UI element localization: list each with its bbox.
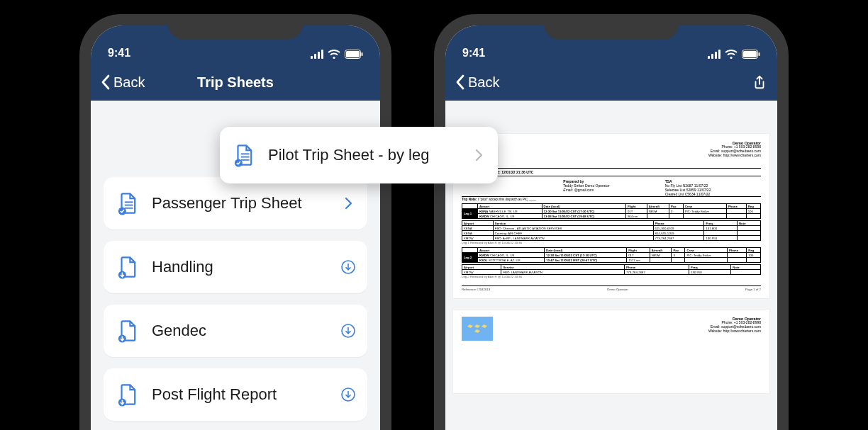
document-page-2: Demo Operator Phone: +1 503-282-8998 Ema…	[452, 309, 770, 394]
chevron-left-icon	[101, 74, 111, 90]
download-icon	[340, 387, 356, 402]
status-indicators	[311, 50, 363, 60]
chevron-left-icon	[455, 74, 465, 90]
back-button[interactable]: Back	[455, 74, 499, 91]
download-icon	[340, 259, 356, 275]
document-page-1: Demo Operator Phone: +1 503-282-8998 Ema…	[452, 133, 770, 299]
back-label: Back	[468, 74, 499, 91]
footer-operator: Demo Operator	[490, 288, 745, 291]
battery-icon	[742, 50, 760, 60]
battery-icon	[345, 50, 363, 60]
row-handling[interactable]: Handling	[104, 241, 367, 293]
signal-icon	[311, 50, 323, 60]
row-label: Handling	[152, 258, 330, 276]
device-notch	[544, 14, 679, 40]
phone-device-right: 9:41 Back	[434, 14, 789, 430]
operator-info: Demo Operator Phone: +1 503-282-8998 Ema…	[708, 141, 761, 158]
nav-bar: Back Trip Sheets	[91, 64, 380, 101]
row-label: Pilot Trip Sheet - by leg	[268, 146, 461, 164]
sheet-download-icon	[113, 317, 142, 345]
leg-table: AirportDate (local)FlightAircraftPaxCrew…	[462, 203, 761, 219]
nav-bar: Back	[445, 64, 777, 101]
leg-table: AirportDate (local)FlightAircraftPaxCrew…	[462, 247, 761, 263]
device-notch	[168, 14, 303, 40]
row-post-flight-report[interactable]: Post Flight Report	[104, 368, 367, 421]
status-time: 9:41	[108, 47, 130, 60]
sheet-icon	[113, 189, 142, 217]
status-indicators	[708, 50, 760, 60]
sheet-download-icon	[113, 253, 142, 281]
chevron-right-icon	[471, 147, 486, 163]
leg-release-note: Leg 2 Released by Alan R @ 11/04/22 10:3…	[462, 275, 761, 278]
sheet-icon	[230, 141, 258, 169]
prepared-row: Prepared for Prepared by Teddy Striker D…	[462, 179, 761, 196]
row-gendec[interactable]: Gendec	[104, 305, 367, 357]
share-icon	[752, 74, 767, 90]
wifi-icon	[328, 50, 340, 60]
phone-device-left: 9:41 Back Trip Sheets	[79, 14, 391, 430]
trip-note: Trip Note: I "pilot" accept this dispatc…	[462, 196, 761, 202]
viewer-toolbar	[445, 101, 777, 133]
status-time: 9:41	[462, 47, 485, 60]
page-title: Trip Sheets	[197, 74, 274, 91]
row-label: Post Flight Report	[152, 385, 330, 404]
sheet-download-icon	[113, 380, 142, 409]
share-button[interactable]	[752, 74, 767, 90]
back-button[interactable]: Back	[101, 74, 145, 91]
signal-icon	[708, 50, 720, 60]
document-footer: Reference #2042613 Demo Operator Page 1 …	[462, 285, 761, 291]
footer-page: Page 1 of 2	[745, 288, 761, 291]
leg-services-table: AirportServicePhoneFreq.NoteKBNAFBO: Che…	[462, 220, 761, 241]
download-icon	[340, 323, 356, 339]
leg-services-table: AirportServicePhoneFreq.NoteKMDWFBO: LAN…	[462, 264, 761, 275]
leg-release-note: Leg 1 Released by Alan R @ 11/04/22 10:3…	[462, 241, 761, 244]
chevron-right-icon	[340, 196, 356, 211]
row-pilot-trip-sheet[interactable]: Pilot Trip Sheet - by leg	[220, 127, 498, 183]
operator-info: Demo Operator Phone: +1 503-282-8998 Ema…	[708, 317, 761, 334]
row-passenger-trip-sheet[interactable]: Passenger Trip Sheet	[104, 177, 367, 230]
back-label: Back	[113, 74, 145, 91]
row-label: Passenger Trip Sheet	[152, 194, 330, 213]
wifi-icon	[725, 50, 738, 60]
footer-ref: Reference #2042613	[462, 288, 490, 291]
trip-header: Trip 2022-252 Updated: 12/01/22 21:36 UT…	[462, 168, 761, 176]
operator-logo	[462, 317, 493, 341]
row-label: Gendec	[152, 322, 330, 340]
